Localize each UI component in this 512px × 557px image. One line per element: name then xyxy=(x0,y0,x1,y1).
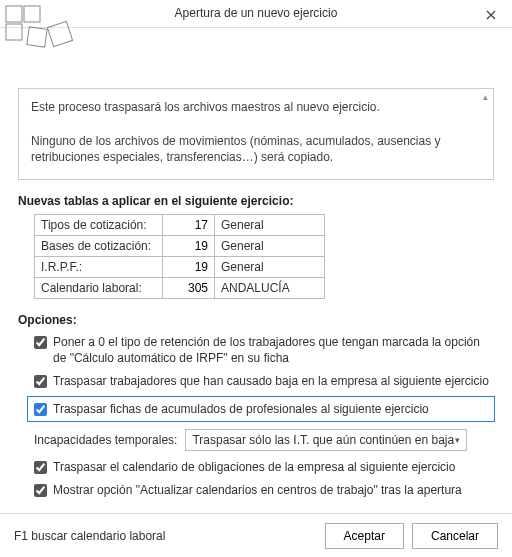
tables-grid: Tipos de cotización: General Bases de co… xyxy=(34,214,325,299)
field-label: Calendario laboral: xyxy=(35,277,163,298)
option-transfer-calendar: Traspasar el calendario de obligaciones … xyxy=(34,459,494,475)
dialog-footer: F1 buscar calendario laboral Aceptar Can… xyxy=(0,513,512,557)
status-text: F1 buscar calendario laboral xyxy=(14,529,317,543)
logo-spacer xyxy=(18,46,494,88)
field-code-input[interactable] xyxy=(169,239,208,253)
dialog-content: Este proceso traspasará los archivos mae… xyxy=(0,28,512,513)
scroll-up-icon[interactable]: ▴ xyxy=(479,91,491,103)
checkbox-label: Traspasar fichas de acumulados de profes… xyxy=(53,401,429,417)
field-label: Bases de cotización: xyxy=(35,235,163,256)
table-row: Tipos de cotización: General xyxy=(35,214,325,235)
field-code-input[interactable] xyxy=(169,218,208,232)
checkbox-label: Traspasar trabajadores que han causado b… xyxy=(53,373,489,389)
option-reset-irpf: Poner a 0 el tipo de retención de los tr… xyxy=(34,334,494,366)
table-row: Bases de cotización: General xyxy=(35,235,325,256)
table-row: Calendario laboral: ANDALUCÍA xyxy=(35,277,325,298)
select-value: Traspasar sólo las I.T. que aún continúe… xyxy=(192,433,454,447)
field-code-input[interactable] xyxy=(169,281,208,295)
option-transfer-acumulados: Traspasar fichas de acumulados de profes… xyxy=(28,397,494,421)
option-transfer-baja: Traspasar trabajadores que han causado b… xyxy=(34,373,494,389)
checkbox-label: Poner a 0 el tipo de retención de los tr… xyxy=(53,334,494,366)
options-group: Poner a 0 el tipo de retención de los tr… xyxy=(34,334,494,498)
checkbox-reset-irpf[interactable] xyxy=(34,336,47,349)
close-button[interactable] xyxy=(476,2,506,28)
checkbox-transfer-baja[interactable] xyxy=(34,375,47,388)
field-label: Tipos de cotización: xyxy=(35,214,163,235)
options-section-title: Opciones: xyxy=(18,313,494,327)
option-show-update: Mostrar opción "Actualizar calendarios e… xyxy=(34,482,494,498)
checkbox-transfer-acumulados[interactable] xyxy=(34,403,47,416)
field-label: I.R.P.F.: xyxy=(35,256,163,277)
field-desc: ANDALUCÍA xyxy=(215,277,325,298)
cancel-button[interactable]: Cancelar xyxy=(412,523,498,549)
tables-section-title: Nuevas tablas a aplicar en el siguiente … xyxy=(18,194,494,208)
option-incapacidades: Incapacidades temporales: Traspasar sólo… xyxy=(34,429,494,451)
field-code-input[interactable] xyxy=(169,260,208,274)
chevron-down-icon: ▾ xyxy=(455,435,460,445)
field-desc: General xyxy=(215,256,325,277)
table-row: I.R.P.F.: General xyxy=(35,256,325,277)
field-desc: General xyxy=(215,235,325,256)
select-label: Incapacidades temporales: xyxy=(34,433,177,447)
info-box: Este proceso traspasará los archivos mae… xyxy=(18,88,494,180)
info-line-2: Ninguno de los archivos de movimientos (… xyxy=(31,133,481,167)
accept-button[interactable]: Aceptar xyxy=(325,523,404,549)
field-desc: General xyxy=(215,214,325,235)
dialog-window: Apertura de un nuevo ejercicio Este proc… xyxy=(0,0,512,557)
svg-rect-1 xyxy=(24,6,40,22)
checkbox-label: Traspasar el calendario de obligaciones … xyxy=(53,459,455,475)
incapacidades-select[interactable]: Traspasar sólo las I.T. que aún continúe… xyxy=(185,429,467,451)
checkbox-transfer-calendar[interactable] xyxy=(34,461,47,474)
titlebar: Apertura de un nuevo ejercicio xyxy=(0,0,512,28)
checkbox-label: Mostrar opción "Actualizar calendarios e… xyxy=(53,482,462,498)
window-title: Apertura de un nuevo ejercicio xyxy=(175,6,338,20)
svg-rect-0 xyxy=(6,6,22,22)
checkbox-show-update[interactable] xyxy=(34,484,47,497)
info-line-1: Este proceso traspasará los archivos mae… xyxy=(31,99,481,116)
close-icon xyxy=(486,10,496,20)
